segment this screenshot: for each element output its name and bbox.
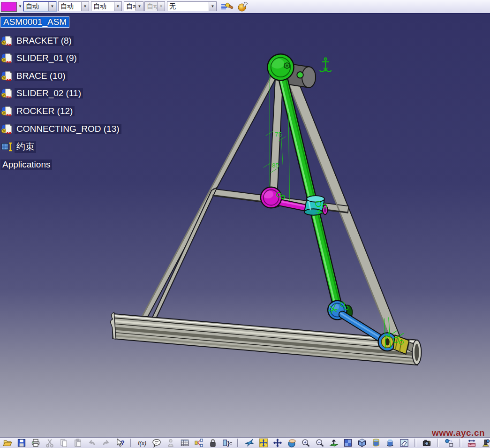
rules-icon[interactable]: }=: [222, 438, 232, 448]
iso-view-icon[interactable]: [357, 438, 367, 448]
copy-graphic-properties-icon[interactable]: [220, 1, 234, 12]
chevron-down-icon[interactable]: ▼: [48, 2, 56, 11]
no-show-icon[interactable]: [399, 438, 409, 448]
toolbar-separator: [415, 439, 416, 447]
multi-view-icon[interactable]: [343, 438, 353, 448]
part-icon: [1, 88, 13, 99]
measure-between-icon[interactable]: [467, 438, 477, 448]
svg-text:?: ?: [121, 440, 124, 447]
tree-item-asm0001-asm[interactable]: ASM0001_ASM: [0, 15, 69, 29]
tree-item-connecting-rod[interactable]: CONNECTING_ROD (13): [0, 122, 121, 136]
tree-item-label: Applications: [0, 159, 52, 170]
angle-dimension-75: 75: [275, 131, 282, 138]
link-icon[interactable]: [166, 438, 176, 448]
chevron-down-icon: ▼: [157, 2, 165, 11]
tree-item-bracket[interactable]: BRACKET (8): [0, 34, 74, 47]
tree-item-label: ROCKER (12): [15, 106, 75, 116]
fix-anchor-symbol[interactable]: [320, 58, 332, 71]
camera-icon[interactable]: [422, 438, 432, 448]
zoom-in-icon[interactable]: [301, 438, 311, 448]
tree-item-label: ASM0001_ASM: [0, 16, 69, 28]
combo-value: 自动: [124, 2, 136, 11]
formula-icon[interactable]: f(x): [137, 438, 148, 448]
point-style-combo[interactable]: 自动 ▼: [124, 1, 143, 11]
toolbar-separator: [237, 439, 239, 447]
catalog-icon[interactable]: [194, 438, 204, 448]
graphic-properties-toolbar: ▼ 自动 ▼ 自动 ▼ 自动 ▼ 自动 ▼ 自动 ▼ 无 ▼: [0, 0, 490, 14]
color-swatch-dropdown-icon[interactable]: ▼: [17, 2, 23, 11]
whats-this-icon[interactable]: ?: [115, 438, 125, 448]
layer-combo[interactable]: 无 ▼: [167, 1, 217, 11]
tree-item-slider-02[interactable]: SLIDER_02 (11): [0, 87, 83, 100]
tree-item-label: CONNECTING_ROD (13): [15, 124, 121, 134]
chevron-down-icon[interactable]: ▼: [209, 2, 216, 11]
fly-through-icon[interactable]: [444, 438, 454, 448]
toolbar-separator: [460, 439, 461, 447]
pan-icon[interactable]: [272, 438, 283, 448]
line-weight-combo[interactable]: 自动 ▼: [91, 1, 122, 11]
save-icon[interactable]: [16, 438, 27, 448]
tree-item-applications[interactable]: Applications: [0, 158, 52, 171]
combo-value: 无: [167, 2, 209, 11]
part-icon: [1, 35, 13, 46]
graphic-properties-wizard-icon[interactable]: [236, 1, 250, 12]
toolbar-separator: [437, 439, 439, 447]
svg-text:}=: }=: [227, 440, 232, 447]
part-icon: [1, 70, 13, 82]
tree-item-label: 约束: [15, 141, 36, 153]
chevron-down-icon[interactable]: ▼: [136, 2, 143, 11]
tree-item-label: SLIDER_01 (9): [15, 53, 79, 63]
combo-value: 自动: [91, 2, 114, 11]
shading-icon[interactable]: [371, 438, 381, 448]
print-icon[interactable]: [30, 438, 41, 448]
chevron-down-icon[interactable]: ▼: [81, 2, 89, 11]
fly-mode-icon[interactable]: [244, 438, 255, 448]
cut-icon[interactable]: [45, 438, 55, 448]
part-icon: [1, 53, 13, 64]
measure-item-icon[interactable]: [481, 438, 490, 448]
tree-item-label: SLIDER_02 (11): [15, 88, 83, 99]
zoom-out-icon[interactable]: [315, 438, 325, 448]
tree-item-label: BRACE (10): [15, 71, 68, 81]
part-icon: [1, 123, 13, 135]
toolbar-separator: [130, 439, 132, 447]
3d-viewport[interactable]: 75 85: [0, 14, 490, 437]
combo-value: 自动: [24, 2, 48, 11]
svg-text:f(x): f(x): [138, 440, 146, 447]
color-swatch[interactable]: [1, 2, 17, 12]
chevron-down-icon[interactable]: ▼: [114, 2, 121, 11]
combo-value: 自动: [145, 2, 157, 11]
assembly-scene: 75 85: [0, 14, 490, 437]
brush-handle: [229, 5, 233, 9]
comment-icon[interactable]: [151, 438, 162, 448]
render-style-combo: 自动 ▼: [144, 1, 165, 11]
copy-icon[interactable]: [59, 438, 69, 448]
fill-color-combo[interactable]: 自动 ▼: [23, 1, 56, 11]
shading-edges-icon[interactable]: [385, 438, 395, 448]
combo-value: 自动: [59, 2, 81, 11]
normal-view-icon[interactable]: [329, 438, 339, 448]
standard-toolbar: ? f(x) }=: [0, 437, 490, 448]
redo-icon[interactable]: [101, 438, 111, 448]
rotate-icon[interactable]: [286, 438, 297, 448]
tree-item-slider-01[interactable]: SLIDER_01 (9): [0, 52, 79, 65]
lock-icon[interactable]: [208, 438, 218, 448]
tree-item-constraints[interactable]: 约束: [0, 140, 36, 153]
tree-item-label: BRACKET (8): [15, 36, 74, 46]
angle-dimension-85: 85: [272, 162, 279, 169]
tree-item-brace[interactable]: BRACE (10): [0, 69, 68, 83]
line-type-combo[interactable]: 自动 ▼: [58, 1, 89, 11]
open-icon[interactable]: [2, 438, 13, 448]
paste-icon[interactable]: [73, 438, 83, 448]
tree-item-rocker[interactable]: ROCKER (12): [0, 105, 75, 118]
undo-icon[interactable]: [87, 438, 97, 448]
compass-move-icon[interactable]: [258, 438, 269, 448]
part-icon: [1, 106, 13, 117]
watermark: www.ayc.cn: [432, 428, 485, 438]
constraints-icon: [1, 141, 13, 152]
design-table-icon[interactable]: [180, 438, 190, 448]
